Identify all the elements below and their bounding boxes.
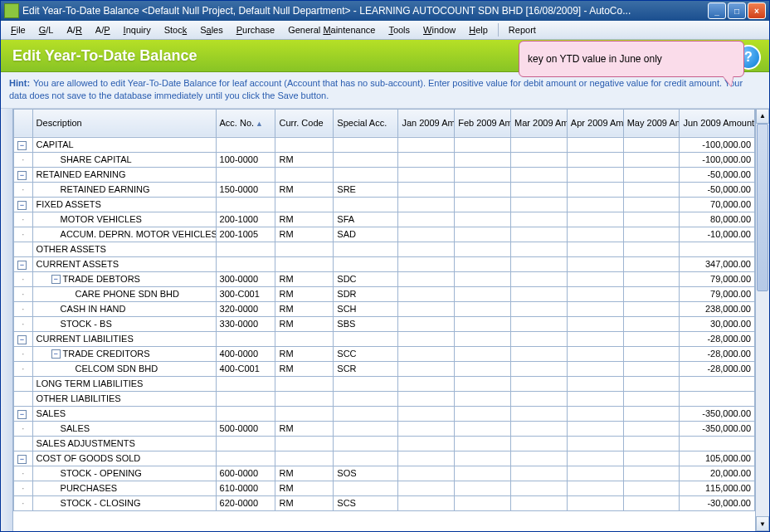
cell-amount-empty[interactable]	[623, 197, 680, 212]
menu-report[interactable]: Report	[504, 23, 541, 37]
cell-amount-empty[interactable]	[455, 361, 511, 376]
cell-amount-empty[interactable]	[511, 436, 568, 451]
cell-amount-empty[interactable]	[455, 481, 511, 495]
tree-toggle-cell[interactable]: −	[14, 406, 33, 421]
cell-amount-empty[interactable]	[511, 227, 568, 242]
cell-amount-empty[interactable]	[623, 391, 680, 406]
cell-amount-empty[interactable]	[623, 466, 680, 481]
cell-amount-empty[interactable]	[511, 421, 568, 436]
cell-amount-empty[interactable]	[511, 451, 568, 466]
table-row[interactable]: ·CASH IN HAND320-0000RMSCH238,000.00	[14, 301, 755, 316]
cell-amount-empty[interactable]	[567, 167, 623, 182]
cell-amount-empty[interactable]	[455, 495, 511, 510]
cell-amount-empty[interactable]	[511, 481, 568, 495]
cell-amount-empty[interactable]	[511, 301, 568, 316]
menu-help[interactable]: Help	[464, 23, 493, 37]
cell-amount-empty[interactable]	[567, 406, 623, 421]
cell-jun-amount[interactable]: -10,000.00	[680, 227, 755, 242]
cell-jun-amount[interactable]: 79,000.00	[680, 271, 755, 286]
menu-tools[interactable]: Tools	[383, 23, 415, 37]
cell-jun-amount[interactable]: -50,000.00	[680, 167, 755, 182]
table-row[interactable]: ·STOCK - CLOSING620-0000RMSCS-30,000.00	[14, 495, 755, 510]
cell-amount-empty[interactable]	[398, 316, 455, 331]
table-row[interactable]: ·CARE PHONE SDN BHD300-C001RMSDR79,000.0…	[14, 286, 755, 301]
cell-amount-empty[interactable]	[398, 436, 455, 451]
table-row[interactable]: ·STOCK - OPENING600-0000RMSOS20,000.00	[14, 466, 755, 481]
cell-amount-empty[interactable]	[623, 271, 680, 286]
cell-jun-amount[interactable]: -350,000.00	[680, 421, 755, 436]
cell-jun-amount[interactable]: 20,000.00	[680, 466, 755, 481]
cell-amount-empty[interactable]	[398, 466, 455, 481]
cell-amount-empty[interactable]	[455, 466, 511, 481]
cell-amount-empty[interactable]	[398, 182, 455, 197]
cell-amount-empty[interactable]	[623, 212, 680, 227]
cell-amount-empty[interactable]	[567, 436, 623, 451]
cell-jun-amount[interactable]: -50,000.00	[680, 182, 755, 197]
cell-amount-empty[interactable]	[567, 197, 623, 212]
cell-jun-amount[interactable]: 347,000.00	[680, 256, 755, 271]
cell-amount-empty[interactable]	[455, 451, 511, 466]
cell-amount-empty[interactable]	[623, 256, 680, 271]
cell-amount-empty[interactable]	[511, 152, 568, 167]
cell-amount-empty[interactable]	[455, 256, 511, 271]
menu-stock[interactable]: Stock	[159, 23, 192, 37]
cell-jun-amount[interactable]: -100,000.00	[680, 152, 755, 167]
cell-amount-empty[interactable]	[511, 137, 568, 152]
cell-amount-empty[interactable]	[623, 421, 680, 436]
cell-amount-empty[interactable]	[398, 227, 455, 242]
tree-toggle-cell[interactable]: −	[14, 331, 33, 346]
cell-amount-empty[interactable]	[398, 346, 455, 361]
table-row[interactable]: OTHER LIABILITIES	[14, 391, 755, 406]
cell-amount-empty[interactable]	[623, 451, 680, 466]
cell-amount-empty[interactable]	[455, 182, 511, 197]
cell-amount-empty[interactable]	[567, 256, 623, 271]
cell-amount-empty[interactable]	[511, 495, 568, 510]
cell-amount-empty[interactable]	[398, 152, 455, 167]
table-row[interactable]: ·−TRADE CREDITORS400-0000RMSCC-28,000.00	[14, 346, 755, 361]
cell-jun-amount[interactable]: 30,000.00	[680, 316, 755, 331]
cell-jun-amount[interactable]: -28,000.00	[680, 346, 755, 361]
cell-amount-empty[interactable]	[623, 406, 680, 421]
cell-amount-empty[interactable]	[623, 361, 680, 376]
col-may-header[interactable]: May 2009 Amount	[623, 109, 680, 137]
cell-amount-empty[interactable]	[398, 242, 455, 256]
cell-jun-amount[interactable]: 105,000.00	[680, 451, 755, 466]
vertical-scrollbar[interactable]: ▲ ▼	[755, 109, 769, 531]
cell-jun-amount[interactable]: -350,000.00	[680, 406, 755, 421]
cell-amount-empty[interactable]	[567, 376, 623, 391]
tree-toggle-cell[interactable]: −	[14, 256, 33, 271]
cell-amount-empty[interactable]	[511, 331, 568, 346]
cell-amount-empty[interactable]	[455, 227, 511, 242]
tree-toggle-cell[interactable]: ·	[14, 346, 33, 361]
cell-amount-empty[interactable]	[567, 242, 623, 256]
cell-amount-empty[interactable]	[455, 346, 511, 361]
cell-amount-empty[interactable]	[398, 256, 455, 271]
table-row[interactable]: ·ACCUM. DEPRN. MOTOR VEHICLES200-1005RMS…	[14, 227, 755, 242]
col-curr-header[interactable]: Curr. Code	[275, 109, 334, 137]
menu-purchase[interactable]: Purchase	[231, 23, 280, 37]
cell-amount-empty[interactable]	[398, 197, 455, 212]
cell-amount-empty[interactable]	[623, 436, 680, 451]
cell-amount-empty[interactable]	[511, 242, 568, 256]
cell-amount-empty[interactable]	[455, 152, 511, 167]
cell-amount-empty[interactable]	[511, 167, 568, 182]
cell-amount-empty[interactable]	[455, 271, 511, 286]
cell-amount-empty[interactable]	[567, 286, 623, 301]
cell-jun-amount[interactable]: 79,000.00	[680, 286, 755, 301]
cell-amount-empty[interactable]	[511, 212, 568, 227]
cell-amount-empty[interactable]	[623, 316, 680, 331]
cell-amount-empty[interactable]	[623, 182, 680, 197]
menu-inquiry[interactable]: Inquiry	[119, 23, 156, 37]
cell-amount-empty[interactable]	[623, 481, 680, 495]
tree-toggle-cell[interactable]: −	[14, 167, 33, 182]
cell-amount-empty[interactable]	[398, 331, 455, 346]
cell-amount-empty[interactable]	[567, 331, 623, 346]
table-row[interactable]: −FIXED ASSETS70,000.00	[14, 197, 755, 212]
cell-jun-amount[interactable]: -30,000.00	[680, 495, 755, 510]
cell-amount-empty[interactable]	[455, 242, 511, 256]
cell-amount-empty[interactable]	[623, 301, 680, 316]
scroll-thumb[interactable]	[757, 124, 768, 291]
table-row[interactable]: −CURRENT LIABILITIES-28,000.00	[14, 331, 755, 346]
cell-amount-empty[interactable]	[398, 495, 455, 510]
col-jun-header[interactable]: Jun 2009 Amount	[680, 109, 755, 137]
